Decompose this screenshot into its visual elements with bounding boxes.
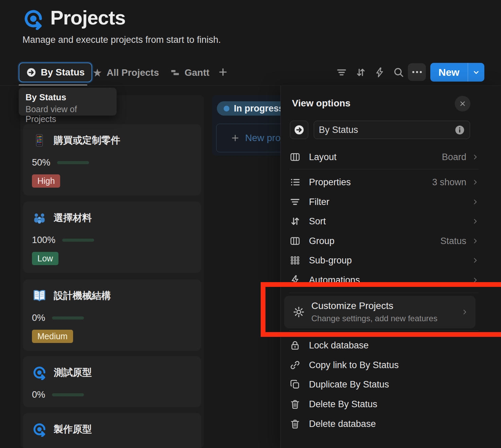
board-column-first: 購買或定制零件 50% High 選擇材料 100 <box>20 95 204 448</box>
menu-item-copy-link[interactable]: Copy link to By Status <box>289 356 479 375</box>
progress-percent: 0% <box>32 313 45 323</box>
chevron-right-icon <box>472 154 479 160</box>
view-name-value: By Status <box>319 125 454 135</box>
board-layout-icon <box>289 151 301 163</box>
new-project-label: New proj <box>245 133 282 143</box>
search-icon[interactable] <box>393 67 404 78</box>
new-button[interactable]: New <box>430 63 468 82</box>
menu-item-sub-group[interactable]: Sub-group <box>289 251 479 270</box>
properties-icon <box>289 176 301 188</box>
chevron-right-icon <box>472 179 479 186</box>
projects-cycle-icon <box>22 7 44 30</box>
tooltip-title: By Status <box>25 92 110 103</box>
view-tooltip: By Status Board view of Projects <box>19 88 117 116</box>
in-progress-label: In progress <box>234 103 284 114</box>
automations-icon[interactable] <box>374 67 385 78</box>
tab-by-status[interactable]: By Status <box>19 63 92 82</box>
view-name-input[interactable]: By Status <box>314 121 470 139</box>
card-title: 購買或定制零件 <box>54 134 120 147</box>
priority-badge: Low <box>32 252 58 265</box>
priority-badge: Medium <box>32 330 73 343</box>
project-card[interactable]: 購買或定制零件 50% High <box>23 124 201 195</box>
duplicate-icon <box>289 379 301 390</box>
menu-item-filter[interactable]: Filter <box>289 192 479 212</box>
more-options-button[interactable] <box>408 63 426 81</box>
menu-item-properties[interactable]: Properties 3 shown <box>289 172 479 192</box>
card-title: 設計機械結構 <box>54 289 111 302</box>
chevron-right-icon <box>472 238 479 244</box>
group-icon <box>289 235 301 247</box>
progress-percent: 0% <box>32 390 45 400</box>
tab-all-projects[interactable]: ★ All Projects <box>92 67 159 78</box>
chevron-down-icon <box>472 68 480 76</box>
arrow-circle-icon <box>26 67 36 77</box>
page-title: Projects <box>50 6 125 29</box>
star-icon: ★ <box>92 67 102 78</box>
phone-emoji <box>32 133 47 148</box>
sub-group-icon <box>289 255 301 266</box>
tab-gantt[interactable]: Gantt <box>170 67 209 78</box>
menu-item-delete-view[interactable]: Delete By Status <box>289 395 479 414</box>
view-icon-button[interactable] <box>290 121 308 139</box>
new-button-group: New <box>430 63 484 82</box>
tooltip-subtitle: Board view of Projects <box>25 104 110 124</box>
cycle-icon <box>32 422 47 437</box>
view-options-panel: View options By Status Layout Board Prop… <box>280 86 501 448</box>
book-emoji <box>32 288 47 303</box>
panel-title: View options <box>292 98 350 109</box>
progress-bar <box>62 239 94 242</box>
filter-icon[interactable] <box>336 67 347 78</box>
card-title: 選擇材料 <box>54 211 92 224</box>
project-card[interactable]: 製作原型 0% <box>23 413 201 448</box>
plus-icon <box>218 67 228 77</box>
status-dot <box>224 106 229 111</box>
card-title: 製作原型 <box>54 423 92 436</box>
page-subtitle: Manage and execute projects from start t… <box>22 35 221 45</box>
trash-icon <box>289 418 301 430</box>
menu-item-sort[interactable]: Sort <box>289 211 479 231</box>
progress-percent: 0% <box>32 446 45 448</box>
project-card[interactable]: 測試原型 0% <box>23 356 201 407</box>
trash-icon <box>289 398 301 410</box>
filter-icon <box>289 196 301 208</box>
menu-item-delete-database[interactable]: Delete database <box>289 414 479 433</box>
chevron-right-icon <box>472 257 479 264</box>
progress-bar <box>52 393 84 396</box>
progress-bar <box>57 161 89 164</box>
new-dropdown-button[interactable] <box>468 63 484 82</box>
close-button[interactable] <box>455 96 470 111</box>
add-view-button[interactable] <box>218 67 228 77</box>
tab-all-projects-label: All Projects <box>107 67 159 78</box>
projects-page: Projects Manage and execute projects fro… <box>0 0 501 448</box>
project-card[interactable]: 設計機械結構 0% Medium <box>23 279 201 351</box>
sort-icon <box>289 216 301 227</box>
plus-icon <box>230 133 240 143</box>
gantt-icon <box>170 68 180 78</box>
link-icon <box>289 359 301 371</box>
menu-item-duplicate[interactable]: Duplicate By Status <box>289 375 479 394</box>
project-card[interactable]: 選擇材料 100% Low <box>23 202 201 273</box>
annotation-highlight-rectangle <box>261 282 501 337</box>
menu-item-group[interactable]: Group Status <box>289 231 479 251</box>
sort-icon[interactable] <box>355 67 366 78</box>
chevron-right-icon <box>472 218 479 225</box>
divider <box>289 169 479 169</box>
cycle-icon <box>32 365 47 380</box>
priority-badge: High <box>32 174 60 188</box>
progress-percent: 100% <box>32 235 55 245</box>
arrow-circle-icon <box>294 124 305 135</box>
card-title: 測試原型 <box>54 366 92 379</box>
tab-by-status-label: By Status <box>41 67 85 78</box>
menu-item-lock-database[interactable]: Lock database <box>289 336 479 355</box>
info-icon[interactable] <box>454 125 465 135</box>
tab-gantt-label: Gantt <box>185 67 209 78</box>
chevron-right-icon <box>472 199 479 205</box>
menu-item-layout[interactable]: Layout Board <box>289 147 479 167</box>
progress-bar <box>52 316 84 320</box>
family-emoji <box>32 210 47 225</box>
progress-percent: 50% <box>32 157 50 168</box>
close-icon <box>459 100 466 107</box>
lock-icon <box>289 340 301 351</box>
